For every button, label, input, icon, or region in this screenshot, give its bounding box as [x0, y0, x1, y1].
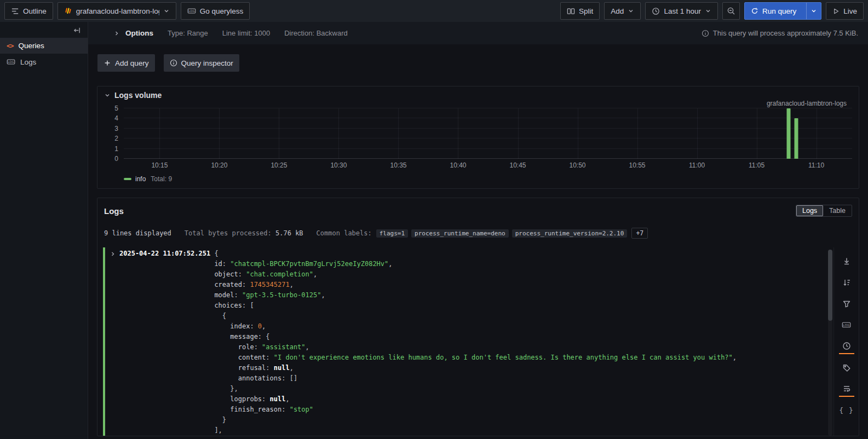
gridline-vertical: [219, 108, 220, 159]
clock-icon: [842, 342, 851, 350]
logs-volume-header[interactable]: Logs volume: [104, 91, 852, 100]
log-timestamp: 2025-04-22 11:07:52.251: [119, 250, 210, 257]
series-label: grafanacloud-lambtron-logs: [104, 100, 847, 107]
gridline-horizontal: [124, 108, 852, 108]
prettify-json-button[interactable]: { }: [839, 402, 854, 418]
gridline-vertical: [697, 108, 698, 159]
scrollbar-thumb[interactable]: [828, 250, 832, 321]
options-line-limit: Line limit: 1000: [222, 29, 270, 37]
split-button[interactable]: Split: [560, 2, 600, 20]
log-json-line: logprobs: null,: [110, 394, 825, 405]
legend-item-info[interactable]: info Total: 9: [124, 175, 852, 183]
svg-text:LOG: LOG: [843, 324, 849, 327]
toggle-logs[interactable]: Logs: [796, 205, 823, 216]
x-axis-tick-label: 10:40: [450, 161, 466, 169]
show-timestamps-button[interactable]: [839, 338, 854, 354]
live-button[interactable]: Live: [826, 2, 864, 20]
toggle-table[interactable]: Table: [823, 205, 852, 216]
options-toggle[interactable]: Options: [113, 29, 153, 37]
process-note-text: This query will process approximately 7.…: [713, 29, 858, 37]
gridline-vertical: [279, 108, 279, 159]
wrap-lines-icon: [842, 384, 851, 393]
time-range-picker[interactable]: Last 1 hour: [645, 2, 718, 20]
log-json-line: }: [110, 415, 825, 425]
label-chip: process_runtime_name=deno: [411, 229, 509, 238]
expand-chevron-icon[interactable]: [110, 251, 116, 257]
deduplication-button[interactable]: [839, 296, 854, 311]
log-entry[interactable]: 2025-04-22 11:07:52.251 { id: "chatcmpl-…: [103, 247, 825, 436]
log-json-line: {: [110, 311, 825, 321]
more-labels-button[interactable]: +7: [631, 228, 648, 239]
log-open-brace: {: [214, 250, 218, 257]
outline-button[interactable]: Outline: [4, 2, 53, 20]
outline-icon: [11, 7, 19, 15]
add-button[interactable]: Add: [604, 2, 641, 20]
gridline-vertical: [159, 108, 160, 159]
collapse-sidebar-button[interactable]: [0, 22, 88, 38]
plus-icon: [104, 59, 111, 67]
y-axis-tick-label: 0: [114, 155, 118, 163]
y-axis-tick-label: 5: [114, 105, 118, 112]
collapse-left-icon: [73, 26, 81, 34]
zoom-out-button[interactable]: [722, 2, 740, 20]
legend-total: Total: 9: [151, 175, 172, 183]
scroll-to-bottom-button[interactable]: [839, 253, 854, 269]
topbar: Outline grafanacloud-lambtron-logs LOG G…: [0, 0, 868, 22]
sort-order-button[interactable]: [839, 274, 854, 290]
sidebar-item-queries[interactable]: <> Queries: [0, 38, 88, 54]
go-queryless-button[interactable]: LOG Go queryless: [181, 2, 250, 20]
gridline-vertical: [637, 108, 638, 159]
log-json-line: created: 1745345271,: [110, 280, 825, 290]
add-query-button[interactable]: Add query: [97, 54, 155, 72]
gridline-vertical: [518, 108, 519, 159]
query-actions: Add query Query inspector: [97, 54, 859, 72]
datasource-label: grafanacloud-lambtron-logs: [76, 7, 159, 15]
log-scrollbar[interactable]: [828, 250, 832, 436]
svg-text:LOG: LOG: [8, 60, 14, 63]
sidebar-item-logs[interactable]: LOG Logs: [0, 54, 88, 70]
common-labels: Common labels: flags=1process_runtime_na…: [317, 228, 648, 239]
x-axis-tick-label: 10:55: [629, 161, 646, 169]
lines-displayed: 9 lines displayed: [104, 229, 171, 237]
info-circle-icon: [170, 59, 177, 67]
clock-icon: [652, 7, 660, 15]
query-inspector-button[interactable]: Query inspector: [164, 54, 239, 72]
legend-swatch: [124, 178, 131, 180]
main-content: Options Type: Range Line limit: 1000 Dir…: [88, 22, 868, 439]
unique-labels-button[interactable]: [839, 360, 854, 376]
logs-view-button[interactable]: LOG: [839, 317, 854, 333]
wrap-lines-button[interactable]: [839, 381, 854, 397]
log-json-line: finish_reason: "stop": [110, 405, 825, 415]
run-query-button[interactable]: Run query: [744, 2, 821, 20]
gridline-vertical: [398, 108, 399, 159]
x-axis-tick-label: 11:10: [808, 161, 824, 169]
refresh-icon: [751, 7, 758, 15]
options-direction: Direction: Backward: [284, 29, 348, 37]
datasource-picker[interactable]: grafanacloud-lambtron-logs: [58, 2, 176, 20]
gridline-horizontal: [124, 128, 852, 129]
outline-label: Outline: [23, 7, 47, 15]
logs-panel-title: Logs: [104, 206, 124, 216]
log-body: 2025-04-22 11:07:52.251 { id: "chatcmpl-…: [103, 247, 859, 436]
tag-icon: [842, 363, 851, 372]
x-axis-tick-label: 11:05: [749, 161, 764, 169]
chevron-right-icon: [113, 30, 120, 37]
split-icon: [567, 7, 575, 15]
logs-volume-title: Logs volume: [114, 91, 162, 100]
live-label: Live: [843, 7, 857, 15]
log-json-line: id: "chatcmpl-BPCK7pvtnBm7gLrvj52eeIyZ08…: [110, 259, 825, 269]
gridline-vertical: [817, 108, 817, 159]
x-axis-labels: 10:1510:2010:2510:3010:3510:4010:4510:50…: [124, 159, 852, 172]
log-json-line: ],: [110, 425, 825, 436]
logs-icon: LOG: [842, 320, 851, 330]
log-json-line: annotations: []: [110, 373, 825, 384]
chevron-down-icon: [104, 92, 111, 99]
gridline-horizontal: [124, 148, 852, 149]
y-axis-tick-label: 1: [114, 145, 118, 153]
logs-volume-plot: [124, 108, 852, 159]
logs-panel: Logs Logs Table 9 lines displayed Total …: [97, 198, 859, 436]
run-query-main[interactable]: Run query: [745, 3, 802, 19]
add-label: Add: [611, 7, 624, 15]
run-query-caret[interactable]: [806, 3, 821, 19]
logs-icon: LOG: [187, 7, 196, 15]
